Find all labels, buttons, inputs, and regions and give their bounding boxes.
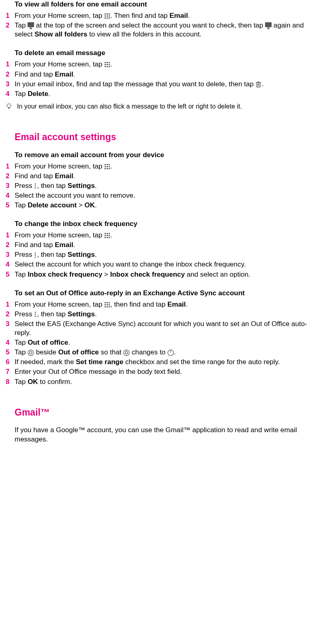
step-number: 4 [6,338,15,347]
step-number: 2 [6,70,15,79]
tip-row: In your email inbox, you can also flick … [15,102,312,111]
apps-grid-icon [104,13,110,19]
step: 2 Press , then tap Settings. [15,310,312,319]
step-text: Enter your Out of Office message in the … [15,367,312,376]
step-number: 4 [6,260,15,269]
step-text: Select the account for which you want to… [15,260,312,269]
step: 4 Select the account you want to remove. [15,191,312,200]
apps-grid-icon [104,62,110,68]
step-number: 7 [6,367,15,376]
step: 7 Enter your Out of Office message in th… [15,367,312,376]
step-text: From your Home screen, tap . [15,60,312,69]
step-text: Select the account you want to remove. [15,191,312,200]
step-text: From your Home screen, tap . [15,231,312,240]
section-heading-gmail: Gmail™ [15,407,312,419]
tip-text: In your email inbox, you can also flick … [15,102,312,111]
step-number: 4 [6,90,15,98]
toggle-off-icon [28,350,34,356]
step: 2 Find and tap Email. [15,241,312,249]
step-text: Press , then tap Settings. [15,250,312,259]
step-number: 3 [6,250,15,259]
step-number: 5 [6,201,15,210]
section-heading-email-account-settings: Email account settings [15,131,312,143]
trash-icon [255,81,261,87]
lightbulb-icon [6,103,15,111]
step: 3 Press , then tap Settings. [15,181,312,190]
step-text: Tap beside Out of office so that changes… [15,348,312,357]
step: 4 Tap Out of office. [15,338,312,347]
step-number: 3 [6,320,15,328]
step: 8 Tap OK to confirm. [15,377,312,386]
step-number: 5 [6,348,15,357]
step-number: 5 [6,270,15,279]
step: 3 Select the EAS (Exchange Active Sync) … [15,320,312,337]
subheading-inbox-frequency: To change the inbox check frequency [15,220,312,228]
step: 6 If needed, mark the Set time range che… [15,358,312,367]
step: 1 From your Home screen, tap . [15,60,312,69]
step: 1 From your Home screen, tap . Then find… [15,11,312,20]
step-text: Press , then tap Settings. [15,181,312,190]
toggle-off-icon [123,350,130,356]
step: 3 In your email inbox, find and tap the … [15,80,312,89]
step-number: 1 [6,11,15,20]
subheading-view-all-folders: To view all folders for one email accoun… [15,0,312,9]
step: 2 Find and tap Email. [15,70,312,79]
step-text: If needed, mark the Set time range check… [15,358,312,367]
step-text: Select the EAS (Exchange Active Sync) ac… [15,320,312,337]
step: 2 Find and tap Email. [15,172,312,181]
subheading-out-of-office: To set an Out of Office auto-reply in an… [15,289,312,298]
step: 4 Select the account for which you want … [15,260,312,269]
step-text: Tap OK to confirm. [15,377,312,386]
step-number: 2 [6,172,15,181]
step-text: Tap Inbox check frequency > Inbox check … [15,270,312,279]
step: 1 From your Home screen, tap , then find… [15,300,312,309]
apps-grid-icon [104,302,110,308]
step: 1 From your Home screen, tap . [15,231,312,240]
step: 1 From your Home screen, tap . [15,162,312,171]
step-text: Tap Delete. [15,90,312,98]
step-number: 1 [6,300,15,309]
step: 2 Tap at the top of the screen and selec… [15,21,312,39]
step: 5 Tap Inbox check frequency > Inbox chec… [15,270,312,279]
step: 5 Tap beside Out of office so that chang… [15,348,312,357]
step-text: From your Home screen, tap , then find a… [15,300,312,309]
step-text: Find and tap Email. [15,70,312,79]
step: 5 Tap Delete account > OK. [15,201,312,210]
step-text: Tap at the top of the screen and select … [15,21,312,39]
step-number: 8 [6,377,15,386]
dropdown-icon [265,22,272,30]
step-number: 2 [6,310,15,319]
step-number: 1 [6,60,15,69]
step: 4 Tap Delete. [15,90,312,98]
step: 3 Press , then tap Settings. [15,250,312,259]
toggle-on-icon [167,350,174,356]
step-text: Tap Delete account > OK. [15,201,312,210]
step-text: In your email inbox, find and tap the me… [15,80,312,89]
step-text: Find and tap Email. [15,241,312,249]
step-text: Tap Out of office. [15,338,312,347]
gmail-paragraph: If you have a Google™ account, you can u… [15,426,312,444]
step-text: From your Home screen, tap . [15,162,312,171]
apps-grid-icon [104,164,110,170]
apps-grid-icon [104,232,110,239]
step-number: 3 [6,80,15,89]
subheading-delete-email: To delete an email message [15,49,312,58]
step-number: 2 [6,241,15,249]
step-number: 6 [6,358,15,367]
step-number: 1 [6,231,15,240]
step-text: Find and tap Email. [15,172,312,181]
step-number: 2 [6,21,15,30]
step-number: 3 [6,181,15,190]
dropdown-icon [28,22,34,30]
subheading-remove-account: To remove an email account from your dev… [15,151,312,160]
step-text: From your Home screen, tap . Then find a… [15,11,312,20]
step-number: 4 [6,191,15,200]
step-number: 1 [6,162,15,171]
step-text: Press , then tap Settings. [15,310,312,319]
